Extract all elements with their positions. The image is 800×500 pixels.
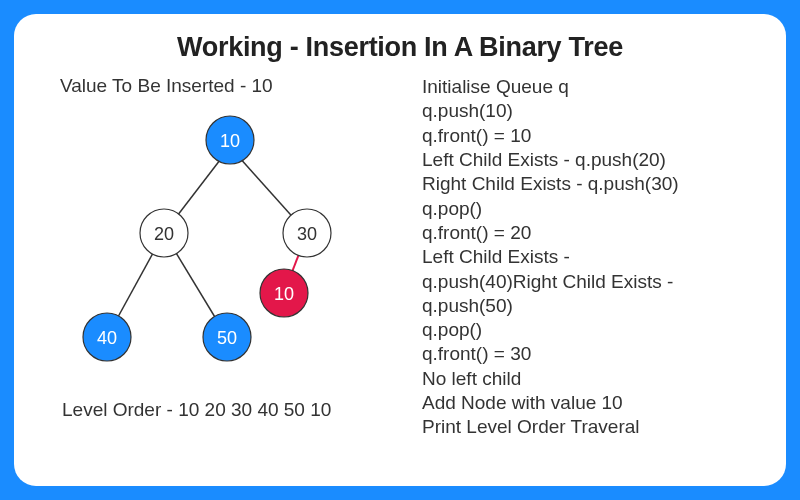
level-order-label: Level Order - 10 20 30 40 50 10 bbox=[62, 399, 402, 421]
tree-node-20-label: 20 bbox=[154, 224, 174, 244]
tree-node-inserted-label: 10 bbox=[274, 284, 294, 304]
tree-node-40: 40 bbox=[83, 313, 131, 361]
steps-column: Initialise Queue q q.push(10) q.front() … bbox=[422, 75, 758, 459]
tree-node-50-label: 50 bbox=[217, 328, 237, 348]
diagram-column: Value To Be Inserted - 10 10 20 bbox=[42, 75, 402, 459]
algorithm-step: No left child bbox=[422, 367, 758, 391]
algorithm-step: q.front() = 10 bbox=[422, 124, 758, 148]
card: Working - Insertion In A Binary Tree Val… bbox=[14, 14, 786, 486]
tree-node-50: 50 bbox=[203, 313, 251, 361]
algorithm-step: Print Level Order Traveral bbox=[422, 415, 758, 439]
content-row: Value To Be Inserted - 10 10 20 bbox=[42, 75, 758, 459]
algorithm-step: q.pop() bbox=[422, 318, 758, 342]
algorithm-step: q.pop() bbox=[422, 197, 758, 221]
tree-node-30: 30 bbox=[283, 209, 331, 257]
tree-node-30-label: 30 bbox=[297, 224, 317, 244]
algorithm-step: q.push(50) bbox=[422, 294, 758, 318]
value-to-insert-label: Value To Be Inserted - 10 bbox=[60, 75, 402, 97]
algorithm-step: Initialise Queue q bbox=[422, 75, 758, 99]
algorithm-step: Right Child Exists - q.push(30) bbox=[422, 172, 758, 196]
binary-tree-diagram: 10 20 30 10 bbox=[52, 105, 392, 385]
algorithm-step: q.push(40)Right Child Exists - bbox=[422, 270, 758, 294]
algorithm-step: Left Child Exists - bbox=[422, 245, 758, 269]
algorithm-step: Left Child Exists - q.push(20) bbox=[422, 148, 758, 172]
page-title: Working - Insertion In A Binary Tree bbox=[42, 32, 758, 63]
tree-node-inserted: 10 bbox=[260, 269, 308, 317]
tree-node-40-label: 40 bbox=[97, 328, 117, 348]
tree-node-root: 10 bbox=[206, 116, 254, 164]
algorithm-step: q.front() = 30 bbox=[422, 342, 758, 366]
tree-node-20: 20 bbox=[140, 209, 188, 257]
tree-node-root-label: 10 bbox=[220, 131, 240, 151]
algorithm-step: Add Node with value 10 bbox=[422, 391, 758, 415]
algorithm-step: q.front() = 20 bbox=[422, 221, 758, 245]
algorithm-step: q.push(10) bbox=[422, 99, 758, 123]
